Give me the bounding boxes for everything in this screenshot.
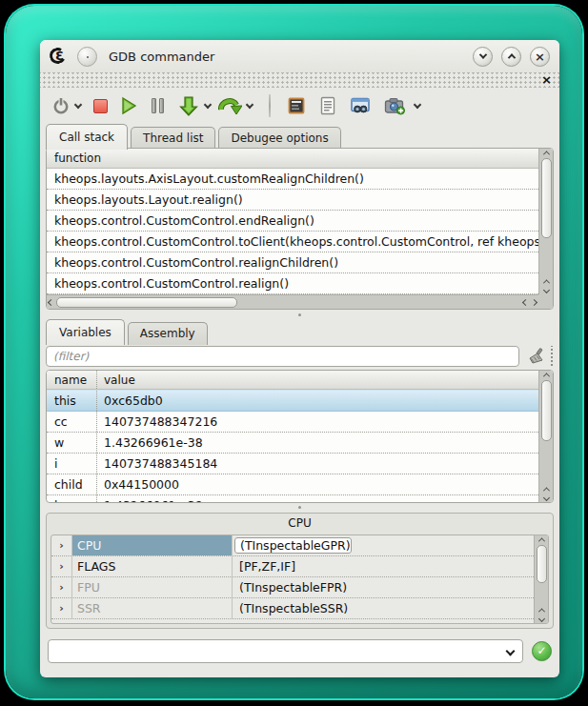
snapshot-dropdown-chevron[interactable] bbox=[414, 101, 421, 109]
scroll-up-arrow-icon[interactable] bbox=[542, 371, 551, 379]
callstack-row[interactable]: kheops.control.CustomControl.endRealign(… bbox=[47, 211, 538, 232]
cpu-register-row[interactable]: › SSR (TInspectableSSR) bbox=[51, 598, 534, 619]
callstack-panel: function kheops.layouts.AxisLayout.custo… bbox=[46, 148, 554, 310]
register-value-editor[interactable]: (TInspectableGPR) bbox=[234, 537, 352, 554]
show-cpu-button[interactable] bbox=[287, 93, 306, 118]
step-over-button[interactable] bbox=[217, 93, 242, 118]
chevron-down-icon bbox=[478, 50, 486, 58]
callstack-tabbar: Call stack Thread list Debugee options bbox=[46, 124, 344, 150]
cpu-register-row[interactable]: › FLAGS [PF,ZF,IF] bbox=[51, 556, 534, 577]
variable-row[interactable]: w 1.43266961e-38 bbox=[47, 433, 538, 454]
close-button[interactable]: × bbox=[530, 47, 550, 67]
variable-row[interactable]: cc 140737488347216 bbox=[47, 412, 538, 433]
step-into-button[interactable] bbox=[177, 93, 200, 118]
tab-call-stack[interactable]: Call stack bbox=[46, 124, 128, 150]
toolbar-separator bbox=[269, 94, 271, 117]
callstack-row[interactable]: kheops.control.CustomControl.realign() bbox=[47, 273, 538, 294]
scrollbar-thumb[interactable] bbox=[541, 158, 552, 238]
callstack-list: kheops.layouts.AxisLayout.customRealignC… bbox=[47, 169, 538, 294]
callstack-vertical-scrollbar[interactable] bbox=[538, 149, 553, 294]
output-button[interactable] bbox=[319, 93, 336, 118]
cpu-chip-icon bbox=[287, 96, 306, 115]
scroll-up-arrow-icon[interactable] bbox=[542, 149, 551, 157]
variables-column-headers[interactable]: name value bbox=[47, 371, 553, 390]
scroll-up-arrow-icon[interactable] bbox=[542, 277, 551, 286]
tab-variables[interactable]: Variables bbox=[46, 319, 125, 345]
variable-row[interactable]: this 0xc65db0 bbox=[47, 390, 538, 412]
broom-icon bbox=[526, 347, 545, 366]
scrollbar-thumb[interactable] bbox=[541, 380, 552, 441]
send-command-button[interactable]: ✓ bbox=[532, 641, 552, 661]
cpu-register-row[interactable]: › FPU (TInspectableFPR) bbox=[51, 577, 534, 598]
variables-tabbar: Variables Assembly bbox=[46, 319, 211, 345]
filter-input[interactable] bbox=[46, 346, 519, 367]
titlebar: Ɛ GDB commander × bbox=[40, 40, 559, 72]
pause-button[interactable] bbox=[144, 93, 172, 118]
minimize-button[interactable] bbox=[473, 47, 493, 67]
scrollbar-thumb[interactable] bbox=[537, 545, 547, 583]
scroll-right-arrow-icon[interactable] bbox=[530, 298, 538, 307]
splitter-handle[interactable] bbox=[40, 311, 559, 319]
scroll-down-arrow-icon[interactable] bbox=[542, 286, 551, 294]
variable-row[interactable]: child 0x44150000 bbox=[47, 474, 538, 495]
variable-row[interactable]: h 1.43266961e-38 bbox=[47, 495, 538, 502]
run-button[interactable] bbox=[113, 93, 144, 118]
callstack-column-header[interactable]: function bbox=[47, 149, 553, 169]
cpu-register-row[interactable]: › CPU (TInspectableGPR) bbox=[51, 535, 534, 556]
command-combobox[interactable] bbox=[48, 639, 523, 663]
screenshot-frame: Ɛ GDB commander × × bbox=[6, 6, 582, 698]
dock-header: × bbox=[40, 72, 559, 88]
expand-chevron-icon[interactable]: › bbox=[51, 598, 72, 618]
power-dropdown-chevron[interactable] bbox=[74, 101, 82, 109]
callstack-horizontal-scrollbar[interactable] bbox=[47, 294, 538, 309]
scroll-left-arrow-icon[interactable] bbox=[521, 298, 530, 307]
tab-thread-list[interactable]: Thread list bbox=[131, 127, 215, 150]
scroll-down-arrow-icon[interactable] bbox=[537, 615, 546, 623]
dock-close-button[interactable]: × bbox=[541, 72, 552, 88]
scroll-up-arrow-icon[interactable] bbox=[537, 606, 546, 615]
chevron-down-icon bbox=[506, 646, 516, 656]
callstack-row[interactable]: kheops.layouts.Layout.realign() bbox=[47, 190, 538, 211]
expand-chevron-icon[interactable]: › bbox=[51, 556, 72, 576]
variable-row[interactable]: i 140737488345184 bbox=[47, 454, 538, 474]
dock-menu-button[interactable] bbox=[77, 47, 97, 67]
stop-icon bbox=[93, 99, 108, 113]
close-icon: × bbox=[535, 50, 545, 63]
step-over-dropdown-chevron[interactable] bbox=[246, 101, 253, 109]
cpu-group-title: CPU bbox=[47, 514, 553, 533]
scrollbar-corner bbox=[538, 294, 553, 309]
scroll-up-arrow-icon[interactable] bbox=[537, 535, 546, 544]
variables-vertical-scrollbar[interactable] bbox=[538, 371, 553, 502]
callstack-row[interactable]: kheops.control.CustomControl.realignChil… bbox=[47, 252, 538, 273]
maximize-button[interactable] bbox=[501, 47, 521, 67]
chevron-up-icon bbox=[507, 53, 515, 61]
step-into-dropdown-chevron[interactable] bbox=[204, 101, 212, 109]
variables-list: this 0xc65db0 cc 140737488347216 w 1.432… bbox=[47, 390, 538, 502]
value-column-header[interactable]: value bbox=[97, 371, 135, 389]
tab-assembly[interactable]: Assembly bbox=[128, 322, 208, 345]
expand-chevron-icon[interactable]: › bbox=[51, 535, 72, 555]
pause-icon bbox=[152, 98, 164, 113]
camera-add-icon bbox=[384, 96, 406, 115]
name-column-header[interactable]: name bbox=[47, 371, 97, 389]
gdb-commander-window: Ɛ GDB commander × × bbox=[40, 40, 559, 677]
stop-button[interactable] bbox=[88, 93, 113, 118]
step-into-icon bbox=[177, 94, 200, 117]
power-button[interactable] bbox=[51, 93, 71, 118]
callstack-row[interactable]: kheops.control.CustomControl.toClient(kh… bbox=[47, 232, 538, 252]
watch-window-button[interactable] bbox=[350, 93, 371, 118]
scroll-up-arrow-icon[interactable] bbox=[542, 485, 551, 494]
callstack-row[interactable]: kheops.layouts.AxisLayout.customRealignC… bbox=[47, 169, 538, 190]
splitter-handle[interactable] bbox=[40, 503, 559, 512]
clear-filter-button[interactable] bbox=[524, 346, 547, 367]
cpu-vertical-scrollbar[interactable] bbox=[534, 535, 548, 623]
app-logo-icon: Ɛ bbox=[50, 47, 70, 66]
snapshot-button[interactable] bbox=[384, 93, 406, 118]
scroll-down-arrow-icon[interactable] bbox=[542, 494, 551, 502]
scroll-left-arrow-icon[interactable] bbox=[47, 298, 55, 307]
window-title: GDB commander bbox=[109, 50, 214, 64]
expand-chevron-icon[interactable]: › bbox=[51, 577, 72, 597]
scrollbar-thumb[interactable] bbox=[56, 297, 237, 308]
tab-debugee-options[interactable]: Debugee options bbox=[218, 127, 340, 150]
panel-grip-handle[interactable] bbox=[550, 346, 554, 367]
